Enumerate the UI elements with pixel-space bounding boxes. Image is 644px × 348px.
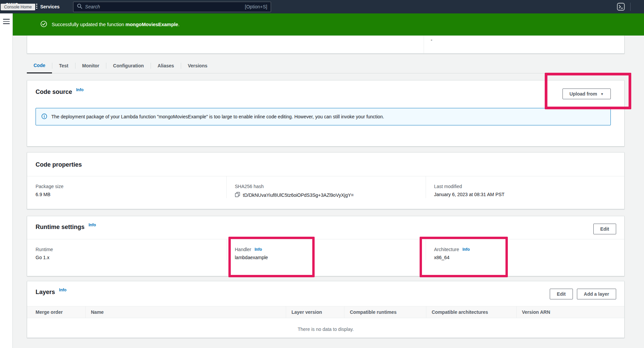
copy-icon[interactable] xyxy=(235,192,240,198)
cloudshell-terminal-icon[interactable] xyxy=(617,3,625,11)
info-icon xyxy=(41,113,47,120)
tab-code[interactable]: Code xyxy=(27,58,52,73)
code-properties-header: Code properties xyxy=(27,153,624,168)
layers-card: Layers Info Edit Add a layer Merge order… xyxy=(27,281,625,338)
tab-monitor[interactable]: Monitor xyxy=(75,58,106,73)
handler-info-link[interactable]: Info xyxy=(255,247,262,252)
sha256-hash-value: tD/DkNUvaYiuf8UlC5tz6oiOPdS3Sg+3AZl9oVyX… xyxy=(243,192,354,198)
code-source-card: Code source Info Upload from▼ The deploy… xyxy=(27,80,625,147)
caret-down-icon: ▼ xyxy=(600,92,604,96)
search-icon xyxy=(77,3,83,10)
top-navigation-bar: aws Console Home Services xyxy=(0,0,644,13)
add-a-layer-button[interactable]: Add a layer xyxy=(577,289,616,299)
runtime-value: Go 1.x xyxy=(36,255,226,260)
architecture-label: Architecture xyxy=(434,247,459,252)
tab-test[interactable]: Test xyxy=(52,58,75,73)
layers-empty-state: There is no data to display. xyxy=(27,318,624,340)
tab-versions[interactable]: Versions xyxy=(181,58,214,73)
package-size-value: 6.9 MB xyxy=(36,192,226,197)
architecture-info-link[interactable]: Info xyxy=(463,247,470,252)
menu-hamburger-icon[interactable] xyxy=(3,19,10,24)
success-check-icon xyxy=(40,20,47,29)
runtime-settings-header: Runtime settings Info Edit xyxy=(27,216,624,234)
tab-aliases[interactable]: Aliases xyxy=(151,58,181,73)
sha256-hash-field: SHA256 hash tD/DkNUvaYiuf8UlC5tz6oiOPdS3… xyxy=(226,176,426,198)
last-modified-label: Last modified xyxy=(434,184,624,189)
console-home-tooltip: Console Home xyxy=(1,4,35,10)
column-name: Name xyxy=(85,306,291,318)
last-modified-value: January 6, 2023 at 08:31 AM PST xyxy=(434,192,624,197)
services-label: Services xyxy=(40,4,60,9)
function-overview-partial-card: - xyxy=(27,36,625,54)
services-menu-button[interactable]: Services xyxy=(32,0,60,13)
function-tabs: Code Test Monitor Configuration Aliases … xyxy=(27,58,625,73)
code-source-header: Code source Info Upload from▼ xyxy=(36,89,616,99)
column-compatible-architectures: Compatible architectures xyxy=(426,306,522,318)
collapsed-side-navigation xyxy=(0,13,13,348)
runtime-settings-title: Runtime settings xyxy=(36,224,85,231)
code-properties-fields: Package size 6.9 MB SHA256 hash tD/DkNUv… xyxy=(27,176,624,198)
nav-right-group xyxy=(617,3,631,11)
search-input[interactable] xyxy=(85,4,242,9)
code-properties-card: Code properties Package size 6.9 MB SHA2… xyxy=(27,152,625,209)
inline-editing-info-alert: The deployment package of your Lambda fu… xyxy=(36,108,611,125)
column-version-arn: Version ARN xyxy=(516,306,624,318)
nav-divider xyxy=(630,3,631,11)
global-search-box[interactable]: [Option+S] xyxy=(73,2,271,12)
layers-table-header: Merge order Name Layer version Compatibl… xyxy=(27,306,624,318)
runtime-settings-edit-button[interactable]: Edit xyxy=(593,224,616,234)
code-source-info-link[interactable]: Info xyxy=(76,88,84,92)
sha256-hash-label: SHA256 hash xyxy=(235,184,426,189)
success-flashbar: Successfully updated the function mongoM… xyxy=(13,13,644,36)
flashbar-message: Successfully updated the function mongoM… xyxy=(52,22,179,27)
code-source-title: Code source xyxy=(36,89,72,96)
upload-from-button[interactable]: Upload from▼ xyxy=(562,89,611,99)
runtime-settings-info-link[interactable]: Info xyxy=(89,223,96,227)
runtime-settings-card: Runtime settings Info Edit Runtime Go 1.… xyxy=(27,216,625,276)
flashbar-function-name: mongoMoviesExample xyxy=(125,22,178,27)
overview-empty-value: - xyxy=(431,37,432,43)
architecture-field: ArchitectureInfo x86_64 xyxy=(426,239,624,260)
layers-info-link[interactable]: Info xyxy=(59,288,66,292)
console-home-tooltip-text: Console Home xyxy=(4,5,32,9)
runtime-label: Runtime xyxy=(36,247,226,252)
code-properties-title: Code properties xyxy=(36,161,624,168)
package-size-label: Package size xyxy=(36,184,226,189)
alert-message: The deployment package of your Lambda fu… xyxy=(51,114,384,119)
last-modified-field: Last modified January 6, 2023 at 08:31 A… xyxy=(426,176,624,198)
layers-edit-button[interactable]: Edit xyxy=(550,289,573,299)
runtime-settings-fields: Runtime Go 1.x HandlerInfo lambdaexample… xyxy=(27,239,624,260)
search-shortcut-hint: [Option+S] xyxy=(245,4,267,9)
tab-configuration[interactable]: Configuration xyxy=(106,58,151,73)
runtime-field: Runtime Go 1.x xyxy=(27,239,226,260)
column-layer-version: Layer version xyxy=(286,306,350,318)
column-compatible-runtimes: Compatible runtimes xyxy=(344,306,431,318)
package-size-field: Package size 6.9 MB xyxy=(27,176,226,198)
handler-label: Handler xyxy=(235,247,251,252)
column-divider xyxy=(424,36,424,53)
layers-header: Layers Info Edit Add a layer xyxy=(27,281,624,299)
main-content: - Code Test Monitor Configuration Aliase… xyxy=(13,36,644,348)
handler-field: HandlerInfo lambdaexample xyxy=(226,239,426,260)
column-merge-order: Merge order xyxy=(36,306,91,318)
architecture-value: x86_64 xyxy=(434,255,624,260)
handler-value: lambdaexample xyxy=(235,255,426,260)
layers-title: Layers xyxy=(36,289,55,296)
